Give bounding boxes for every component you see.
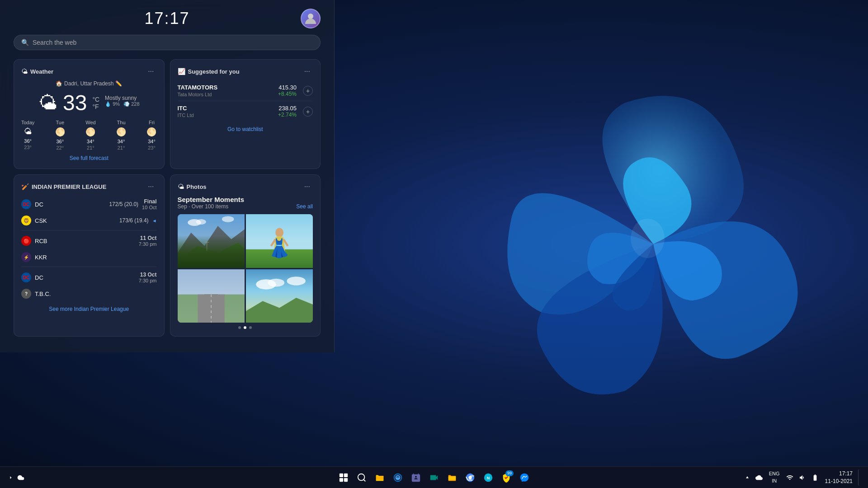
search-bar[interactable]: 🔍 Search the web <box>14 35 321 50</box>
photo-sky-view[interactable] <box>246 269 313 323</box>
taskbar-right: ENG IN 17:17 11-10-2021 <box>744 469 861 486</box>
stock-row-tatamotors[interactable]: TATAMOTORS Tata Motors Ltd 415.30 +8.45%… <box>178 80 313 101</box>
weather-condition-icon: 🌤 <box>38 92 57 114</box>
taskbar-search-button[interactable] <box>354 469 370 486</box>
match3-info: 13 Oct 7:30 pm <box>139 272 157 283</box>
home-icon: 🏠 <box>56 80 62 87</box>
forecast-fri: Fri 🌕 34° 23° <box>146 120 156 150</box>
match-dc-tbc[interactable]: DC DC 13 Oct 7:30 pm ? T.B.C. <box>21 269 157 301</box>
show-desktop-button[interactable] <box>858 469 861 486</box>
notification-chevron[interactable] <box>7 474 14 481</box>
taskbar-meet[interactable] <box>426 469 442 486</box>
match-row-dc: DC DC 172/5 (20.0) Final 10 Oct <box>21 196 157 213</box>
taskbar-messenger[interactable] <box>516 469 533 486</box>
language-indicator[interactable]: ENG IN <box>767 469 782 485</box>
forecast-wed: Wed 🌕 34° 21° <box>85 120 95 150</box>
svg-point-1 <box>308 14 313 19</box>
tatamotors-add-button[interactable]: + <box>303 86 313 96</box>
taskbar-msn[interactable]: N <box>480 469 496 486</box>
ipl-menu-button[interactable]: ··· <box>145 182 156 191</box>
svg-point-9 <box>222 216 234 222</box>
tbc-name: T.B.C. <box>35 291 157 297</box>
person-photo-bg <box>246 214 313 268</box>
match2-info: 11 Oct 7:30 pm <box>139 235 157 247</box>
forecast-tue: Tue 🌕 36° 22° <box>55 120 65 150</box>
volume-icon[interactable] <box>798 473 807 482</box>
svg-marker-4 <box>178 243 245 268</box>
dot-1[interactable] <box>238 326 241 329</box>
stock-row-itc[interactable]: ITC ITC Ltd 238.05 +2.74% + <box>178 101 313 122</box>
taskbar-left <box>7 473 25 482</box>
match-row-kkr: ⚡ KKR <box>21 249 157 265</box>
dc-score: 172/5 (20.0) <box>109 201 138 207</box>
svg-point-23 <box>268 278 284 286</box>
edit-location-icon[interactable]: ✏️ <box>115 80 122 87</box>
svg-point-30 <box>358 474 365 480</box>
tatamotors-price-area: 415.30 +8.45% <box>278 84 297 97</box>
dc-logo-2: DC <box>21 272 31 282</box>
match1-result: Final 10 Oct <box>142 198 156 210</box>
photo-mountain[interactable] <box>178 214 245 268</box>
search-icon: 🔍 <box>21 39 29 46</box>
stocks-widget: 📈 Suggested for you ··· TATAMOTORS Tata … <box>170 59 321 169</box>
system-clock[interactable]: 17:17 11-10-2021 <box>822 469 855 486</box>
rcb-logo: 🔴 <box>21 236 31 246</box>
taskbar-file-explorer[interactable] <box>372 469 388 486</box>
match-divider-2 <box>21 267 157 267</box>
tray-up-arrow[interactable] <box>744 474 751 481</box>
forecast-today: Today 🌤 36° 23° <box>21 120 34 150</box>
dot-2[interactable] <box>244 326 246 329</box>
ipl-icon: 🏏 <box>21 183 29 190</box>
itc-name: ITC Ltd <box>178 113 194 118</box>
svg-rect-28 <box>340 478 343 481</box>
match-row-csk: 🦁 CSK 173/6 (19.4) ◄ <box>21 213 157 228</box>
taskbar-file-manager[interactable] <box>444 469 460 486</box>
kkr-logo: ⚡ <box>21 252 31 262</box>
svg-rect-2 <box>178 214 245 268</box>
wifi-icon[interactable] <box>785 473 794 482</box>
photos-album-sub: Sep · Over 100 items See all <box>178 203 313 210</box>
dc-logo: DC <box>21 199 31 209</box>
windows-swirl <box>484 75 823 413</box>
svg-point-8 <box>196 219 206 225</box>
match-row-tbc: ? T.B.C. <box>21 286 157 301</box>
mountain-photo-bg <box>178 214 245 268</box>
photos-icon: 🌤 <box>178 183 184 190</box>
tatamotors-info: TATAMOTORS Tata Motors Ltd <box>178 84 218 97</box>
csk-name: CSK <box>35 217 116 224</box>
photos-grid <box>178 214 313 323</box>
weather-details: 💧 9% 💨 228 <box>105 101 139 107</box>
photos-widget-header: 🌤 Photos ··· <box>178 182 313 191</box>
see-more-ipl-link[interactable]: See more Indian Premier League <box>21 306 157 312</box>
photo-person[interactable] <box>246 214 313 268</box>
dot-3[interactable] <box>249 326 252 329</box>
match-dc-csk[interactable]: DC DC 172/5 (20.0) Final 10 Oct 🦁 CSK 17… <box>21 196 157 228</box>
photos-see-all-link[interactable]: See all <box>296 203 313 210</box>
see-forecast-link[interactable]: See full forecast <box>21 155 157 161</box>
ipl-title: INDIAN PREMIER LEAGUE <box>32 183 106 190</box>
weather-forecast: Today 🌤 36° 23° Tue 🌕 36° 22° Wed 🌕 34° … <box>21 120 157 150</box>
svg-rect-5 <box>206 241 208 251</box>
taskbar-chrome[interactable] <box>462 469 478 486</box>
svg-rect-19 <box>198 294 224 323</box>
svg-rect-11 <box>246 249 313 268</box>
taskbar: N 99 <box>0 466 868 488</box>
battery-icon[interactable] <box>811 473 820 482</box>
taskbar-edge-browser[interactable] <box>390 469 406 486</box>
taskbar-norton[interactable]: 99 <box>498 469 514 486</box>
user-avatar[interactable] <box>301 9 321 28</box>
match-rcb-kkr[interactable]: 🔴 RCB 11 Oct 7:30 pm ⚡ KKR <box>21 232 157 265</box>
start-button[interactable] <box>335 469 352 486</box>
photos-menu-button[interactable]: ··· <box>302 182 313 191</box>
weather-icon: 🌤 <box>21 68 28 75</box>
photo-road[interactable] <box>178 269 245 323</box>
weather-menu-button[interactable]: ··· <box>145 67 156 76</box>
tray-cloud-icon[interactable] <box>755 473 764 482</box>
taskbar-teams[interactable] <box>408 469 424 486</box>
go-watchlist-link[interactable]: Go to watchlist <box>178 126 313 132</box>
stocks-menu-button[interactable]: ··· <box>302 67 313 76</box>
stocks-title: Suggested for you <box>188 68 240 75</box>
cloud-tray-icon[interactable] <box>16 473 25 482</box>
itc-add-button[interactable]: + <box>303 107 313 117</box>
stocks-title-area: 📈 Suggested for you <box>178 68 240 75</box>
